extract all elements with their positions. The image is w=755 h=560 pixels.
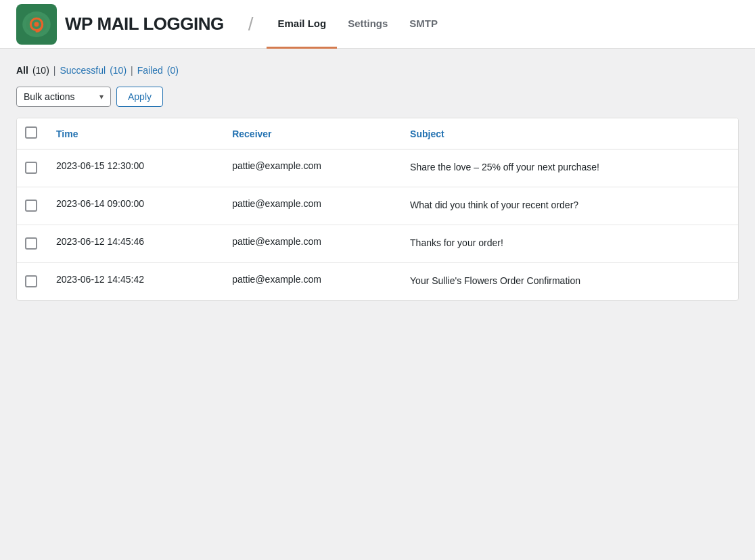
- main-content: All (10) | Successful (10) | Failed (0) …: [0, 49, 755, 317]
- filter-failed-link[interactable]: Failed: [137, 65, 163, 76]
- bulk-actions-row: Bulk actions ▾ Apply: [16, 87, 739, 107]
- table-header-row: Time Receiver Subject: [17, 118, 738, 149]
- row-checkbox-cell: [17, 225, 45, 263]
- table-row: 2023-06-15 12:30:00 pattie@example.com S…: [17, 149, 738, 187]
- table-row: 2023-06-12 14:45:46 pattie@example.com T…: [17, 225, 738, 263]
- header-divider: /: [248, 15, 254, 34]
- email-table: Time Receiver Subject 2023-06-15 12:30:0…: [17, 118, 738, 300]
- row-checkbox-cell: [17, 263, 45, 301]
- header-subject[interactable]: Subject: [399, 118, 738, 149]
- row-time: 2023-06-14 09:00:00: [45, 187, 221, 225]
- filter-failed-count: (0): [167, 65, 179, 76]
- filter-successful-count: (10): [110, 65, 127, 76]
- row-time: 2023-06-15 12:30:00: [45, 149, 221, 187]
- email-table-wrapper: Time Receiver Subject 2023-06-15 12:30:0…: [16, 118, 739, 301]
- filter-sep-2: |: [131, 65, 133, 76]
- logo-text: WP MAIL LOGGING: [65, 14, 224, 34]
- svg-point-4: [35, 22, 39, 26]
- filter-successful-link[interactable]: Successful: [60, 65, 106, 76]
- filter-all-label[interactable]: All: [16, 65, 28, 76]
- row-subject: Share the love – 25% off your next purch…: [399, 149, 738, 187]
- row-subject: Thanks for your order!: [399, 225, 738, 263]
- row-checkbox-cell: [17, 149, 45, 187]
- header-receiver[interactable]: Receiver: [221, 118, 399, 149]
- table-row: 2023-06-12 14:45:42 pattie@example.com Y…: [17, 263, 738, 301]
- row-checkbox[interactable]: [25, 237, 37, 250]
- app-header: WP MAIL LOGGING / Email Log Settings SMT…: [0, 0, 755, 49]
- filter-bar: All (10) | Successful (10) | Failed (0): [16, 65, 739, 76]
- apply-button[interactable]: Apply: [116, 87, 163, 107]
- row-checkbox[interactable]: [25, 162, 37, 174]
- table-row: 2023-06-14 09:00:00 pattie@example.com W…: [17, 187, 738, 225]
- logo-image: [16, 4, 57, 45]
- row-time: 2023-06-12 14:45:46: [45, 225, 221, 263]
- tab-smtp[interactable]: SMTP: [398, 0, 449, 49]
- row-checkbox-cell: [17, 187, 45, 225]
- select-all-checkbox[interactable]: [25, 126, 37, 139]
- tab-email-log[interactable]: Email Log: [267, 0, 337, 49]
- filter-all-count: (10): [32, 65, 49, 76]
- row-subject: What did you think of your recent order?: [399, 187, 738, 225]
- logo-bold: WP: [65, 14, 93, 34]
- tab-settings[interactable]: Settings: [337, 0, 398, 49]
- chevron-down-icon: ▾: [99, 92, 104, 101]
- logo-area: WP MAIL LOGGING: [16, 4, 224, 45]
- row-time: 2023-06-12 14:45:42: [45, 263, 221, 301]
- row-receiver: pattie@example.com: [221, 149, 399, 187]
- bulk-actions-label: Bulk actions: [24, 91, 94, 102]
- bulk-actions-select[interactable]: Bulk actions ▾: [16, 87, 111, 107]
- row-receiver: pattie@example.com: [221, 225, 399, 263]
- nav-tabs: Email Log Settings SMTP: [267, 0, 449, 49]
- row-checkbox[interactable]: [25, 200, 37, 212]
- header-time[interactable]: Time: [45, 118, 221, 149]
- row-receiver: pattie@example.com: [221, 263, 399, 301]
- logo-normal: MAIL LOGGING: [93, 14, 224, 34]
- row-checkbox[interactable]: [25, 275, 37, 287]
- row-receiver: pattie@example.com: [221, 187, 399, 225]
- row-subject: Your Sullie's Flowers Order Confirmation: [399, 263, 738, 301]
- header-checkbox-col: [17, 118, 45, 149]
- filter-sep-1: |: [53, 65, 56, 76]
